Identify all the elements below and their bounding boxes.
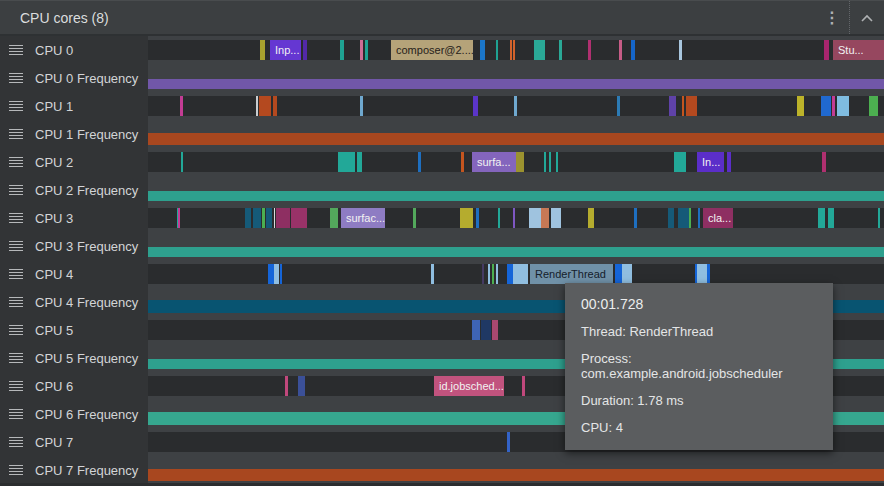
thread-segment[interactable] [260,40,265,60]
thread-segment[interactable] [513,208,515,228]
thread-segment[interactable] [266,208,272,228]
thread-segment[interactable] [418,152,421,172]
thread-segment[interactable] [298,376,305,396]
thread-segment[interactable] [496,40,498,60]
thread-segment[interactable] [274,208,275,228]
thread-segment[interactable]: cla... [703,208,733,228]
drag-handle-icon[interactable] [9,157,23,167]
thread-segment[interactable]: Stu... [833,40,884,60]
frequency-bar[interactable] [148,191,884,201]
thread-segment[interactable] [669,96,676,116]
thread-segment[interactable] [727,152,731,172]
drag-handle-icon[interactable] [9,465,23,475]
thread-segment[interactable] [303,40,307,60]
frequency-bar[interactable] [148,247,884,257]
drag-handle-icon[interactable] [9,297,23,307]
thread-segment[interactable]: In... [697,152,724,172]
drag-handle-icon[interactable] [9,241,23,251]
thread-segment[interactable]: composer@2.... [391,40,473,60]
thread-segment[interactable] [832,96,835,116]
thread-segment[interactable] [679,40,682,60]
drag-handle-icon[interactable] [9,325,23,335]
thread-segment[interactable] [180,96,183,116]
drag-handle-icon[interactable] [9,437,23,447]
thread-segment[interactable] [682,96,684,116]
drag-handle-icon[interactable] [9,409,23,419]
thread-segment[interactable] [510,40,512,60]
thread-segment[interactable] [498,208,500,228]
thread-segment[interactable] [492,320,498,340]
thread-segment[interactable] [668,208,674,228]
thread-segment[interactable] [556,152,558,172]
thread-segment[interactable] [492,264,494,284]
thread-segment[interactable] [482,264,484,284]
frequency-bar[interactable] [148,469,884,481]
thread-segment[interactable] [615,264,622,284]
thread-segment[interactable] [280,264,282,284]
thread-segment[interactable] [697,264,707,284]
thread-segment[interactable] [340,40,344,60]
drag-handle-icon[interactable] [9,129,23,139]
thread-segment[interactable] [686,96,697,116]
thread-segment[interactable] [245,208,251,228]
thread-segment[interactable] [824,40,829,60]
thread-segment[interactable]: RenderThread [530,264,613,284]
thread-segment[interactable] [551,208,561,228]
thread-segment[interactable] [365,40,368,60]
thread-segment[interactable] [481,320,491,340]
thread-segment[interactable] [559,40,562,60]
thread-segment[interactable] [273,96,277,116]
drag-handle-icon[interactable] [9,381,23,391]
thread-segment[interactable] [529,208,541,228]
thread-segment[interactable] [262,208,265,228]
thread-segment[interactable] [837,96,849,116]
thread-segment[interactable] [338,152,355,172]
thread-segment[interactable] [413,208,416,228]
kebab-menu-button[interactable]: ⋮ [815,1,849,34]
thread-segment[interactable] [674,152,686,172]
thread-segment[interactable] [488,264,490,284]
thread-segment[interactable] [330,208,338,228]
thread-segment[interactable] [617,96,620,116]
thread-segment[interactable] [698,208,700,228]
thread-segment[interactable] [507,432,510,452]
thread-segment[interactable] [516,152,524,172]
thread-segment[interactable] [461,152,464,172]
drag-handle-icon[interactable] [9,213,23,223]
collapse-button[interactable] [850,1,884,34]
thread-segment[interactable] [473,96,478,116]
thread-segment[interactable] [522,376,525,396]
thread-segment[interactable] [541,208,549,228]
drag-handle-icon[interactable] [9,73,23,83]
thread-segment[interactable] [822,152,826,172]
drag-handle-icon[interactable] [9,185,23,195]
thread-segment[interactable] [878,208,880,228]
thread-segment[interactable] [496,264,498,284]
thread-segment[interactable] [707,264,710,284]
thread-segment[interactable] [588,40,591,60]
thread-segment[interactable] [821,96,831,116]
thread-segment[interactable] [460,208,473,228]
thread-segment[interactable] [360,96,363,116]
thread-segment[interactable] [357,152,362,172]
thread-segment[interactable] [631,40,635,60]
thread-segment[interactable] [253,208,261,228]
thread-segment[interactable] [869,96,878,116]
thread-segment[interactable] [619,40,622,60]
thread-segment[interactable] [480,40,485,60]
drag-handle-icon[interactable] [9,269,23,279]
thread-segment[interactable]: id.jobsched... [434,376,504,396]
thread-segment[interactable]: Inp... [270,40,301,60]
thread-segment[interactable] [544,152,546,172]
thread-segment[interactable] [513,40,515,60]
thread-segment[interactable] [259,96,271,116]
thread-segment[interactable] [588,208,594,228]
thread-segment[interactable] [622,264,632,284]
thread-segment[interactable] [549,152,551,172]
thread-segment[interactable] [360,40,363,60]
thread-segment[interactable] [514,96,517,116]
thread-segment[interactable] [285,376,288,396]
thread-segment[interactable] [818,208,825,228]
thread-segment[interactable] [634,208,637,228]
thread-segment[interactable] [472,320,480,340]
